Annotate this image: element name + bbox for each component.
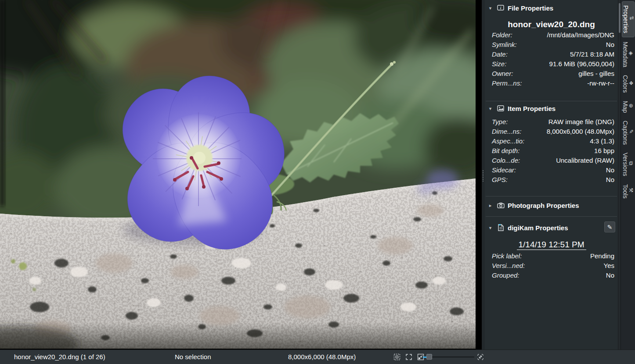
digikam-properties-header[interactable]: ▾ digiKam Properties ✎ [485, 222, 618, 233]
image-filename: honor_view20_20.dng [485, 19, 618, 30]
tab-colors[interactable]: ❖ Colors [622, 71, 634, 96]
properties-icon: ⇅ [629, 16, 634, 20]
section-divider [486, 196, 617, 196]
digikam-properties-title: digiKam Properties [508, 224, 568, 232]
panel-splitter[interactable] [482, 0, 485, 350]
versions-icon: ⧉ [628, 161, 634, 165]
tools-icon: ⚒ [628, 188, 634, 193]
section-divider [486, 101, 617, 101]
zoom-slider[interactable] [423, 354, 474, 360]
status-file-info: honor_view20_20.dng (1 of 26) [14, 350, 105, 364]
tab-properties[interactable]: ⇅ Properties [622, 1, 635, 37]
digikam-window: ▾ i File Properties honor_view20_20.dng … [0, 0, 635, 364]
table-row: Colo...de:Uncalibrated (RAW) [485, 156, 618, 165]
zoom-slider-handle[interactable] [426, 354, 432, 360]
table-row: GPS:No [485, 175, 618, 185]
table-row: Size:91.6 MiB (96,050,004) [485, 59, 618, 69]
table-row: Owner:gilles - gilles [485, 69, 618, 79]
file-properties-rows: Folder:/mnt/data/Images/DNG Symlink:No D… [485, 30, 618, 88]
table-row: Aspec...tio:4:3 (1.3) [485, 136, 618, 146]
collapse-arrow-icon[interactable]: ▾ [489, 106, 496, 111]
file-properties-title: File Properties [508, 4, 553, 12]
table-row: Bit depth:16 bpp [485, 146, 618, 156]
table-row: Dime...ns:8,000x6,000 (48.0Mpx) [485, 127, 618, 136]
splitter-handle-icon [483, 170, 483, 182]
fit-to-window-button[interactable] [405, 353, 413, 361]
file-properties-header[interactable]: ▾ i File Properties [485, 3, 618, 13]
table-row: Folder:/mnt/data/Images/DNG [485, 30, 618, 40]
photograph-properties-header[interactable]: ▸ Photograph Properties [485, 200, 618, 211]
collapse-arrow-icon[interactable]: ▸ [489, 203, 496, 208]
fit-zoom-button[interactable] [476, 353, 484, 361]
table-row: Type:RAW image file (DNG) [485, 117, 618, 127]
digikam-date: 1/14/19 12:51 PM [485, 239, 618, 250]
item-properties-icon [496, 105, 505, 111]
collapse-arrow-icon[interactable]: ▾ [489, 225, 496, 230]
sidebar-tab-bar: ⇅ Properties ◈ Metadata ❖ Colors ⊕ Map ✎… [621, 0, 635, 350]
table-row: Pick label:Pending [485, 251, 618, 261]
item-properties-header[interactable]: ▾ Item Properties [485, 103, 618, 114]
tab-captions[interactable]: ✎ Captions [622, 117, 634, 148]
zoom-to-100-button[interactable] [393, 353, 401, 361]
colors-icon: ❖ [628, 81, 634, 86]
map-icon: ⊕ [628, 103, 634, 108]
digikam-properties-icon [496, 224, 505, 231]
tab-tools[interactable]: ⚒ Tools [622, 181, 634, 202]
properties-panel: ▾ i File Properties honor_view20_20.dng … [485, 0, 618, 350]
tab-metadata[interactable]: ◈ Metadata [622, 38, 634, 71]
tab-map[interactable]: ⊕ Map [622, 97, 634, 116]
table-row: Symlink:No [485, 40, 618, 50]
metadata-icon: ◈ [628, 51, 634, 55]
collapse-arrow-icon[interactable]: ▾ [489, 6, 496, 11]
captions-icon: ✎ [628, 129, 634, 134]
photograph-properties-icon [496, 203, 505, 208]
item-properties-title: Item Properties [508, 105, 556, 112]
image-preview-canvas[interactable] [0, 0, 482, 350]
table-row: Perm...ns:-rw-rw-r-- [485, 79, 618, 88]
status-selection: No selection [175, 350, 211, 364]
pencil-icon: ✎ [607, 224, 613, 231]
status-dimensions: 8,000x6,000 (48.0Mpx) [288, 350, 356, 364]
photograph-properties-title: Photograph Properties [508, 202, 579, 209]
svg-text:i: i [500, 6, 502, 10]
file-properties-icon: i [496, 5, 505, 11]
photo-geranium-flower [0, 0, 476, 349]
table-row: Date:5/7/21 8:18 AM [485, 50, 618, 59]
table-row: Grouped:No [485, 271, 618, 280]
tab-versions[interactable]: ⧉ Versions [622, 149, 634, 180]
table-row: Versi...ned:Yes [485, 261, 618, 271]
item-properties-rows: Type:RAW image file (DNG) Dime...ns:8,00… [485, 117, 618, 185]
status-bar: honor_view20_20.dng (1 of 26) No selecti… [0, 350, 635, 364]
section-divider [486, 216, 617, 217]
edit-captions-button[interactable]: ✎ [604, 221, 615, 232]
table-row: Sidecar:No [485, 165, 618, 175]
digikam-properties-rows: Pick label:Pending Versi...ned:Yes Group… [485, 251, 618, 280]
